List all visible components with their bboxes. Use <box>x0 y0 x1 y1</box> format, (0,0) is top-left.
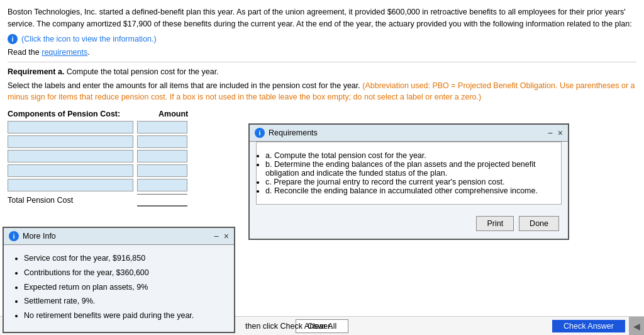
info-link-label[interactable]: (Click the icon to view the information.… <box>21 35 157 43</box>
amount-input-3[interactable] <box>137 150 187 162</box>
req-letter-c: c. <box>265 178 272 186</box>
requirement-label: Requirement a. Compute the total pension… <box>8 67 636 76</box>
table-header-components: Components of Pension Cost: <box>8 110 146 118</box>
req-list: a. Compute the total pension cost for th… <box>265 151 552 195</box>
req-text-b: Determine the ending balances of the pla… <box>265 160 535 178</box>
req-title-bar: i Requirements − × <box>250 125 568 142</box>
req-minimize-button[interactable]: − <box>548 128 553 138</box>
req-item-d: d. Reconcile the ending balance in accum… <box>265 186 552 195</box>
req-a-text: Compute the total pension cost for the y… <box>67 67 219 76</box>
label-input-3[interactable] <box>8 150 133 162</box>
amount-input-1[interactable] <box>137 121 187 133</box>
more-info-close-button[interactable]: × <box>224 231 229 241</box>
more-info-item: No retirement benefits were paid during … <box>24 310 225 322</box>
more-info-item: Settlement rate, 9%. <box>24 295 225 307</box>
more-info-controls: − × <box>214 231 229 241</box>
req-item-a: a. Compute the total pension cost for th… <box>265 151 552 160</box>
then-click-text: then click Check Answer. <box>245 322 332 331</box>
req-text-c: Prepare the journal entry to record the … <box>274 178 504 186</box>
instruction-text: Select the labels and enter the amounts … <box>8 80 636 104</box>
more-info-item: Expected return on plan assets, 9% <box>24 281 225 293</box>
total-input[interactable] <box>137 194 187 207</box>
more-info-item: Contributions for the year, $360,600 <box>24 267 225 279</box>
requirements-link[interactable]: requirements <box>42 48 87 57</box>
info-link-row: i (Click the icon to view the informatio… <box>8 34 636 44</box>
divider <box>8 62 636 62</box>
check-answer-button[interactable]: Check Answer <box>552 320 625 332</box>
more-info-icon: i <box>9 231 19 241</box>
requirements-dialog: i Requirements − × a. Compute the total … <box>248 123 569 240</box>
label-input-4[interactable] <box>8 164 133 177</box>
more-info-title-text: More Info <box>23 232 56 241</box>
req-info-icon: i <box>255 128 265 138</box>
label-input-5[interactable] <box>8 179 133 191</box>
label-input-1[interactable] <box>8 121 133 133</box>
req-letter-d: d. <box>265 186 272 195</box>
req-controls: − × <box>548 128 563 138</box>
more-info-dialog: i More Info − × Service cost for the yea… <box>3 227 235 333</box>
req-item-b: b. Determine the ending balances of the … <box>265 160 552 178</box>
req-title-left: i Requirements <box>255 128 318 138</box>
req-a-bold: Requirement a. <box>8 67 64 76</box>
instruction-main: Select the labels and enter the amounts … <box>8 81 360 90</box>
label-input-2[interactable] <box>8 135 133 148</box>
req-text-a: Compute the total pension cost for the y… <box>274 151 426 160</box>
print-button[interactable]: Print <box>476 216 514 231</box>
more-info-item: Service cost for the year, $916,850 <box>24 253 225 264</box>
more-info-title-bar: i More Info − × <box>4 228 234 245</box>
info-icon[interactable]: i <box>8 34 18 44</box>
more-info-title-left: i More Info <box>9 231 56 241</box>
done-button[interactable]: Done <box>519 216 559 231</box>
more-info-list: Service cost for the year, $916,850 Cont… <box>13 253 225 322</box>
req-text-d: Reconcile the ending balance in accumula… <box>274 186 538 195</box>
table-header-amount: Amount <box>146 110 209 118</box>
total-label: Total Pension Cost <box>8 196 133 205</box>
req-title-text: Requirements <box>269 128 318 137</box>
read-prefix: Read the <box>8 48 42 57</box>
read-suffix: . <box>87 48 89 57</box>
more-info-body: Service cost for the year, $916,850 Cont… <box>4 245 234 332</box>
req-letter-b: b. <box>265 160 272 169</box>
read-row: Read the requirements. <box>8 48 636 57</box>
req-letter-a: a. <box>265 151 272 160</box>
intro-text: Boston Technologies, Inc. started a defi… <box>8 6 636 30</box>
table-header: Components of Pension Cost: Amount <box>8 110 636 118</box>
amount-input-4[interactable] <box>137 164 187 177</box>
amount-input-2[interactable] <box>137 135 187 148</box>
more-info-minimize-button[interactable]: − <box>214 231 219 241</box>
req-item-c: c. Prepare the journal entry to record t… <box>265 178 552 186</box>
req-footer: Print Done <box>250 211 568 239</box>
req-content-box: a. Compute the total pension cost for th… <box>256 142 562 205</box>
nav-right-button[interactable]: ◀ <box>629 317 644 336</box>
req-close-button[interactable]: × <box>558 128 563 138</box>
amount-input-5[interactable] <box>137 179 187 191</box>
